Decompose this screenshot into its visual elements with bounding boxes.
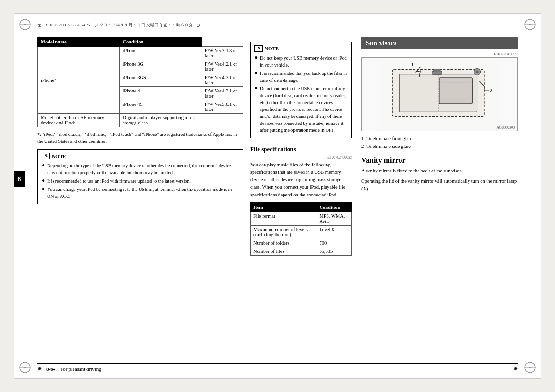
- table-row: iPhone* iPhone F/W Ver.3.1.3 or later: [38, 47, 243, 60]
- svg-rect-19: [439, 78, 472, 104]
- top-bar-text: BK0203201EX.book 64 ページ ２０１３年１１月１９日 火曜日 …: [44, 22, 193, 28]
- corner-tr: [523, 18, 537, 31]
- top-bar-cross-icon-right: ⊕: [196, 22, 200, 28]
- file-spec-title: File specifications: [250, 146, 352, 154]
- svg-point-7: [529, 24, 531, 25]
- file-condition: MP3, WMA, AAC: [316, 212, 352, 225]
- svg-point-23: [475, 71, 478, 74]
- svg-text:1: 1: [411, 61, 414, 67]
- page-bottom: ⊕ 8-64 For pleasant driving ⊕: [37, 363, 518, 372]
- sub-model: iPhone 3GS: [120, 74, 202, 87]
- vanity-text-1: A vanity mirror is fitted to the back of…: [361, 167, 518, 175]
- footnote: *: "iPod," "iPod classic," "iPod nano," …: [37, 131, 243, 145]
- note-icon-left: ✎: [42, 153, 50, 159]
- file-spec-section: File specifications E1007b2400033 You ca…: [250, 146, 352, 256]
- table-row: Maximum number of levels (including the …: [251, 225, 352, 239]
- svg-point-11: [24, 367, 26, 368]
- mid-column: ✎ NOTE ● Do not keep your USB memory dev…: [250, 37, 357, 355]
- table-row: Models other than USB memory devices and…: [38, 114, 243, 127]
- diagram-id: AG8000308: [496, 125, 515, 129]
- file-spec-table: Item Condition File format MP3, WMA, AAC…: [250, 202, 352, 256]
- file-spec-id: E1007b2400033: [250, 155, 352, 159]
- top-bar: ⊕ BK0203201EX.book 64 ページ ２０１３年１１月１９日 火曜…: [37, 22, 518, 30]
- svg-rect-28: [434, 69, 440, 72]
- note-item: ● It is recommended that you back up the…: [254, 70, 348, 84]
- sun-visor-diagram: 1 2 AG8000308: [361, 57, 518, 131]
- vanity-mirror-section: Vanity mirror A vanity mirror is fitted …: [361, 156, 518, 193]
- note-box-mid: ✎ NOTE ● Do not keep your USB memory dev…: [250, 42, 352, 138]
- other-models: Models other than USB memory devices and…: [38, 114, 120, 127]
- note-header-mid: ✎ NOTE: [254, 45, 348, 53]
- iphone-label: iPhone*: [38, 47, 120, 114]
- file-condition: 700: [316, 239, 352, 247]
- file-item: Number of folders: [251, 239, 316, 247]
- sub-model: iPhone: [120, 47, 202, 60]
- svg-point-15: [529, 367, 531, 368]
- file-col-condition: Condition: [316, 202, 352, 212]
- table-row: Number of folders 700: [251, 239, 352, 247]
- page: ⊕ BK0203201EX.book 64 ページ ２０１３年１１月１９日 火曜…: [14, 13, 541, 379]
- visor-list: 1- To eliminate front glare 2- To elimin…: [361, 135, 518, 151]
- corner-br: [523, 361, 537, 374]
- file-item: Maximum number of levels (including the …: [251, 225, 316, 239]
- file-col-item: Item: [251, 202, 316, 212]
- note-box-left: ✎ NOTE ● Depending on the type of the US…: [37, 149, 243, 204]
- condition-cell: F/W Ver.4.3.1 or later: [202, 74, 243, 87]
- other-condition: Digital audio player supporting mass sto…: [120, 114, 202, 127]
- list-item: 1- To eliminate front glare: [361, 135, 518, 143]
- condition-cell: F/W Ver.3.1.3 or later: [202, 47, 243, 60]
- svg-text:2: 2: [490, 87, 493, 93]
- note-icon-mid: ✎: [254, 45, 263, 52]
- sub-model: iPhone 4S: [120, 100, 202, 114]
- corner-bl: [18, 361, 32, 374]
- file-condition: 65,535: [316, 247, 352, 255]
- condition-cell: F/W Ver.5.0.1 or later: [202, 100, 243, 114]
- sub-model: iPhone 3G: [120, 60, 202, 74]
- note-item: ● Do not connect to the USB input termin…: [254, 85, 348, 134]
- bottom-cross-icon-right: ⊕: [513, 366, 518, 372]
- bottom-cross-icon: ⊕: [37, 366, 42, 372]
- page-number: 8-64: [46, 366, 56, 372]
- main-content: Model name Condition iPhone* iPhone F/W …: [37, 37, 518, 355]
- col-header-condition: Condition: [120, 37, 202, 47]
- sub-model: iPhone 4: [120, 87, 202, 100]
- table-row: Number of files 65,535: [251, 247, 352, 255]
- model-condition-table: Model name Condition iPhone* iPhone F/W …: [37, 37, 243, 127]
- vanity-mirror-title: Vanity mirror: [361, 156, 518, 165]
- note-item: ● It is recommended to use an iPod with …: [42, 178, 239, 184]
- note-item: ● Depending on the type of the USB memor…: [42, 162, 239, 176]
- note-item: ● You can charge your iPod by connecting…: [42, 186, 239, 200]
- list-item: 2- To eliminate side glare: [361, 143, 518, 151]
- note-header-left: ✎ NOTE: [42, 153, 239, 160]
- chapter-tab: 8: [14, 171, 25, 187]
- page-description: For pleasant driving: [60, 366, 101, 372]
- condition-cell: F/W Ver.4.3.1 or later: [202, 87, 243, 100]
- right-column: Sun visors E1007l1202277: [357, 37, 518, 355]
- top-bar-cross-icon: ⊕: [37, 22, 42, 28]
- sun-visor-svg: 1 2: [362, 58, 517, 131]
- table-row: File format MP3, WMA, AAC: [251, 212, 352, 225]
- col-header-model: Model name: [38, 37, 120, 47]
- file-spec-intro: You can play music files of the followin…: [250, 161, 352, 199]
- svg-point-3: [24, 24, 26, 25]
- corner-tl: [18, 18, 32, 31]
- file-item: File format: [251, 212, 316, 225]
- image-id: E1007l1202277: [361, 52, 518, 56]
- vanity-text-2: Operating the lid of the vanity mirror w…: [361, 178, 518, 193]
- sun-visors-header: Sun visors: [361, 37, 518, 49]
- note-item: ● Do not keep your USB memory device or …: [254, 55, 348, 68]
- file-item: Number of files: [251, 247, 316, 255]
- left-column: Model name Condition iPhone* iPhone F/W …: [37, 37, 250, 355]
- file-condition: Level 8: [316, 225, 352, 239]
- condition-cell: F/W Ver.4.2.1 or later: [202, 60, 243, 74]
